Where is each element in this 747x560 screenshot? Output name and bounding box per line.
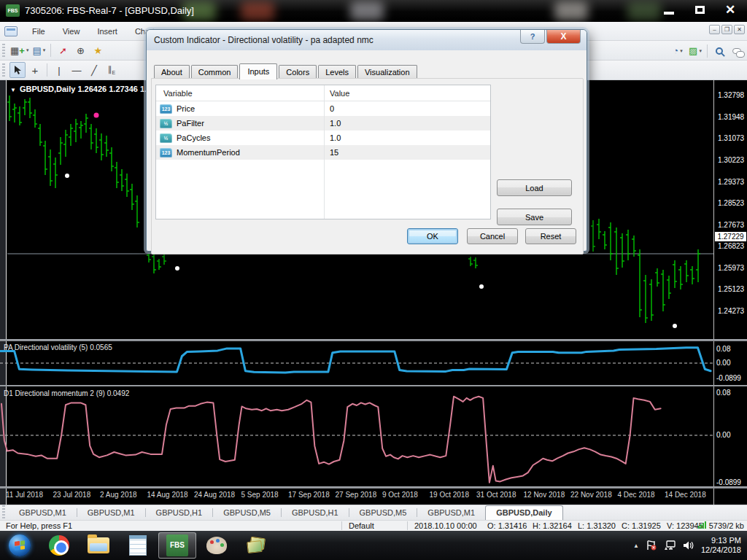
new-chart-button[interactable]: ▦+▾ <box>9 42 29 58</box>
cancel-button[interactable]: Cancel <box>467 228 518 244</box>
crosshair-mode-button[interactable]: ⊕ <box>72 42 88 58</box>
taskbar-chrome[interactable] <box>40 532 78 559</box>
price-bar <box>63 130 68 157</box>
taskbar-paint[interactable] <box>198 532 236 559</box>
variable-value[interactable]: 15 <box>324 148 338 157</box>
tab-about[interactable]: About <box>154 65 190 79</box>
panel-separator[interactable] <box>0 385 747 386</box>
price-bar <box>468 257 473 266</box>
toolbar-separator <box>50 44 51 57</box>
trendline-button[interactable]: ╱ <box>86 62 102 78</box>
start-button[interactable] <box>1 532 39 559</box>
notepad-icon <box>129 535 147 556</box>
horizontal-line-button[interactable]: — <box>69 62 85 78</box>
comments-button[interactable] <box>729 43 745 59</box>
panel-separator[interactable] <box>0 486 747 489</box>
table-row[interactable]: ½PaFilter1.0 <box>156 116 490 131</box>
system-tray: ▲ 9:13 PM 12/24/2018 <box>633 531 747 560</box>
mdi-restore-button[interactable]: ❐ <box>721 25 732 34</box>
load-button[interactable]: Load <box>497 179 572 196</box>
chart-tab-0[interactable]: GBPUSD,M1 <box>9 506 77 520</box>
tabbar-grip[interactable] <box>2 505 5 518</box>
show-hidden-icons-button[interactable]: ▲ <box>633 542 639 549</box>
price-bar <box>130 184 134 210</box>
price-axis-label: 1.31073 <box>718 134 744 142</box>
taskbar-explorer[interactable] <box>80 532 117 559</box>
tab-levels[interactable]: Levels <box>318 65 356 79</box>
search-button[interactable] <box>711 43 727 59</box>
variable-column-header[interactable]: Variable <box>156 89 324 98</box>
menu-view[interactable]: View <box>54 24 89 39</box>
dialog-titlebar[interactable]: Custom Indicator - Directional volatilit… <box>147 30 587 50</box>
price-bar <box>33 109 37 128</box>
price-bar <box>125 174 129 197</box>
variable-value[interactable]: 1.0 <box>324 133 341 142</box>
mdi-close-button[interactable]: ✕ <box>734 25 745 34</box>
volume-icon[interactable] <box>683 540 694 551</box>
reset-button[interactable]: Reset <box>525 228 576 244</box>
panel-separator[interactable] <box>0 339 747 341</box>
ok-button[interactable]: OK <box>407 228 458 244</box>
table-row[interactable]: ½PaCycles1.0 <box>156 131 490 145</box>
crosshair-tool-button[interactable]: + <box>27 62 43 78</box>
variable-name: Price <box>177 104 195 113</box>
tab-colors[interactable]: Colors <box>279 65 317 79</box>
price-bar <box>608 222 613 260</box>
price-bar <box>620 233 624 268</box>
status-bar: For Help, press F1 Default 2018.10.10 00… <box>0 520 747 531</box>
chart-tab-2[interactable]: GBPUSD,H1 <box>146 506 213 520</box>
connection-status: 5739/2 kb <box>698 521 744 530</box>
taskbar-notepad[interactable] <box>119 532 157 559</box>
network-icon[interactable] <box>664 540 676 551</box>
maximize-button[interactable] <box>686 1 713 18</box>
vertical-line-button[interactable]: | <box>51 62 67 78</box>
timeframes-button[interactable]: ◔▾ <box>670 43 686 59</box>
dialog-close-button[interactable]: X <box>546 30 581 44</box>
action-center-flag-icon[interactable] <box>646 540 657 551</box>
mdi-minimize-button[interactable]: – <box>709 25 720 34</box>
table-row[interactable]: 123MomentumPeriod15 <box>156 145 490 160</box>
chart-tab-3[interactable]: GBPUSD,M5 <box>213 506 281 520</box>
chart-tab-7[interactable]: GBPUSD,Daily <box>485 505 562 520</box>
symbol-label[interactable]: ▼GBPUSD,Daily 1.26426 1.27346 1.26 <box>10 85 155 93</box>
taskbar-fbs-mt4[interactable]: FBS <box>158 532 196 559</box>
chart-tab-5[interactable]: GBPUSD,M5 <box>349 506 417 520</box>
profiles-button[interactable]: ▤▾ <box>31 42 47 58</box>
clock-time: 9:13 PM <box>701 536 741 545</box>
column-divider[interactable] <box>324 85 325 219</box>
indicators-button[interactable]: ➚ <box>55 42 71 58</box>
menu-file[interactable]: File <box>23 24 54 39</box>
cursor-tool-button[interactable] <box>9 62 26 78</box>
fbs-icon: FBS <box>166 534 188 556</box>
tab-common[interactable]: Common <box>191 65 239 79</box>
close-button[interactable]: ✕ <box>716 1 744 18</box>
tab-visualization[interactable]: Visualization <box>357 65 417 79</box>
dialog-help-button[interactable]: ? <box>520 30 545 44</box>
chart-tab-6[interactable]: GBPUSD,M1 <box>417 506 485 520</box>
status-profile[interactable]: Default <box>349 521 374 530</box>
chart-tab-1[interactable]: GBPUSD,M1 <box>77 506 145 520</box>
taskbar-clock[interactable]: 9:13 PM 12/24/2018 <box>701 536 741 555</box>
price-bar <box>626 230 630 260</box>
chart-tab-4[interactable]: GBPUSD,H1 <box>282 506 349 520</box>
chart-window-icon[interactable] <box>4 26 18 36</box>
table-row[interactable]: 123Price0 <box>156 101 490 116</box>
menu-insert[interactable]: Insert <box>88 24 126 39</box>
toolbar-grip[interactable] <box>2 44 5 57</box>
minimize-button[interactable] <box>655 1 683 18</box>
templates-button[interactable]: ▨▾ <box>687 43 703 59</box>
value-column-header[interactable]: Value <box>324 89 349 98</box>
variable-value[interactable]: 0 <box>324 104 334 113</box>
indicator-label-volatility: PA Directional volatility (5) 0.0565 <box>4 343 112 351</box>
variable-value[interactable]: 1.0 <box>324 119 341 128</box>
toolbar-grip[interactable] <box>2 63 5 77</box>
equidistant-channel-button[interactable]: ∥E <box>104 62 120 78</box>
price-axis-label: 1.29373 <box>718 178 744 186</box>
favorites-button[interactable]: ★ <box>90 42 106 58</box>
price-axis-label: 1.25973 <box>718 264 744 272</box>
price-bar <box>38 124 42 146</box>
variable-name: PaCycles <box>177 133 210 142</box>
tab-inputs[interactable]: Inputs <box>239 63 277 79</box>
save-button[interactable]: Save <box>497 209 572 225</box>
taskbar-photos[interactable] <box>237 532 275 559</box>
